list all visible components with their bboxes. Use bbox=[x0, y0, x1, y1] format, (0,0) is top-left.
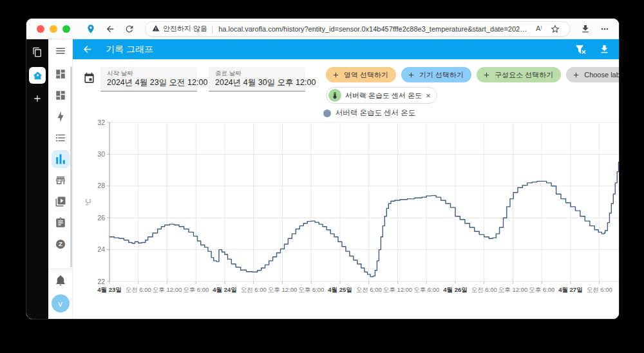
back-button[interactable] bbox=[102, 21, 118, 37]
svg-text:4월 25일: 4월 25일 bbox=[328, 286, 352, 293]
svg-text:오후 6:00: 오후 6:00 bbox=[183, 286, 209, 293]
history-content: 시작 날짜 2024년 4월 23일 오전 12:00 종료 날짜 2024년 … bbox=[73, 59, 619, 319]
start-date-label: 시작 날짜 bbox=[107, 70, 191, 77]
svg-text:HACS: HACS bbox=[57, 179, 64, 182]
ha-sidebar: HACSZ v bbox=[48, 39, 73, 319]
sidebar-scrollbar[interactable] bbox=[70, 66, 72, 267]
svg-text:°C: °C bbox=[85, 198, 92, 205]
downloads-button[interactable] bbox=[578, 21, 593, 37]
legend-dot bbox=[323, 110, 331, 117]
address-separator: | bbox=[211, 24, 213, 33]
sidebar-item-zigbee2mqtt[interactable]: Z bbox=[52, 235, 70, 253]
not-secure-warning-icon[interactable] bbox=[152, 23, 160, 35]
main-area: 기록 그래프 bbox=[73, 39, 619, 319]
read-aloud-icon[interactable]: A⁾ bbox=[536, 24, 542, 33]
sidebar-item-hacs[interactable]: HACS bbox=[52, 171, 70, 189]
home-assistant-logo-icon bbox=[32, 70, 43, 81]
svg-text:오후 12:00: 오후 12:00 bbox=[268, 286, 297, 293]
desktop-background: 안전하지 않음 | ha.local.varofla.com/history?e… bbox=[0, 0, 644, 353]
svg-text:오전 6:00: 오전 6:00 bbox=[587, 286, 612, 293]
filter-remove-button[interactable] bbox=[575, 44, 586, 55]
refresh-button[interactable] bbox=[122, 21, 137, 37]
window-controls bbox=[37, 25, 70, 33]
end-date-label: 종료 날짜 bbox=[215, 70, 299, 77]
location-pin-icon[interactable] bbox=[83, 21, 99, 37]
chart-legend[interactable]: 서버랙 온습도 센서 온도 bbox=[82, 108, 620, 118]
page-title: 기록 그래프 bbox=[106, 44, 575, 55]
sidebar-item-shopping-list[interactable] bbox=[52, 214, 70, 232]
filter-chips-block: 영역 선택하기기기 선택하기구성요소 선택하기Choose label 서버랙 … bbox=[326, 67, 620, 104]
legend-label: 서버랙 온습도 센서 온도 bbox=[336, 108, 416, 118]
thermometer-icon bbox=[328, 89, 341, 102]
svg-text:4월 23일: 4월 23일 bbox=[97, 286, 122, 293]
chip-label: 구성요소 선택하기 bbox=[495, 70, 553, 80]
vertical-tabs-strip bbox=[26, 39, 48, 319]
svg-text:30: 30 bbox=[97, 150, 105, 158]
address-bar[interactable]: 안전하지 않음 | ha.local.varofla.com/history?e… bbox=[145, 21, 570, 37]
svg-text:오후 12:00: 오후 12:00 bbox=[498, 286, 527, 293]
start-date-field[interactable]: 시작 날짜 2024년 4월 23일 오전 12:00 bbox=[100, 67, 197, 91]
app-back-button[interactable] bbox=[82, 44, 93, 55]
lightning-bolt-icon bbox=[55, 111, 66, 122]
active-tab-home-assistant[interactable] bbox=[29, 67, 46, 84]
sidebar-menu-button[interactable] bbox=[52, 42, 70, 60]
media-play-icon bbox=[55, 196, 66, 207]
svg-text:4월 26일: 4월 26일 bbox=[443, 286, 468, 293]
tab-actions-icon[interactable] bbox=[30, 44, 45, 60]
notifications-bell-icon[interactable] bbox=[55, 274, 66, 289]
history-chart[interactable]: 2224262830324월 23일오전 6:00오후 12:00오후 6:00… bbox=[82, 119, 620, 298]
chip-label: 영역 선택하기 bbox=[344, 70, 388, 80]
sidebar-item-dashboard[interactable] bbox=[52, 65, 70, 83]
filter-chips-row: 영역 선택하기기기 선택하기구성요소 선택하기Choose label bbox=[326, 67, 620, 82]
chip-label: Choose label bbox=[584, 71, 620, 79]
sidebar-item-dashboard-2[interactable] bbox=[52, 86, 70, 104]
user-avatar[interactable]: v bbox=[52, 294, 70, 312]
browser-window: 안전하지 않음 | ha.local.varofla.com/history?e… bbox=[26, 18, 620, 320]
svg-text:22: 22 bbox=[97, 278, 105, 285]
choose-label-chip[interactable]: Choose label bbox=[566, 67, 620, 82]
chip-label: 기기 선택하기 bbox=[419, 70, 464, 80]
end-date-field[interactable]: 종료 날짜 2024년 4월 30일 오후 12:00 bbox=[209, 67, 305, 91]
remove-entity-icon[interactable]: × bbox=[426, 91, 431, 100]
sidebar-bottom: v bbox=[48, 269, 72, 319]
select-entity-chip[interactable]: 구성요소 선택하기 bbox=[477, 67, 561, 82]
select-area-chip[interactable]: 영역 선택하기 bbox=[326, 67, 396, 82]
plus-icon bbox=[482, 71, 491, 79]
history-chart-svg[interactable]: 2224262830324월 23일오전 6:00오후 12:00오후 6:00… bbox=[82, 119, 620, 298]
sidebar-item-history[interactable] bbox=[52, 150, 70, 168]
svg-text:오전 6:00: 오전 6:00 bbox=[241, 286, 267, 293]
plus-icon bbox=[572, 71, 580, 79]
more-menu-button[interactable] bbox=[597, 21, 612, 37]
zoom-window-button[interactable] bbox=[62, 25, 70, 33]
appbar-actions bbox=[575, 44, 610, 55]
start-date-value: 2024년 4월 23일 오전 12:00 bbox=[107, 77, 191, 88]
minimize-window-button[interactable] bbox=[50, 25, 57, 33]
entity-chip-label: 서버랙 온습도 센서 온도 bbox=[345, 91, 422, 100]
sidebar-nav: HACSZ bbox=[52, 65, 70, 269]
close-window-button[interactable] bbox=[37, 25, 44, 33]
calendar-icon[interactable] bbox=[83, 72, 95, 87]
svg-text:26: 26 bbox=[97, 214, 105, 222]
plus-icon bbox=[407, 71, 415, 79]
svg-text:오전 6:00: 오전 6:00 bbox=[126, 286, 151, 293]
sidebar-item-automations[interactable] bbox=[52, 108, 70, 126]
not-secure-label: 안전하지 않음 bbox=[163, 24, 207, 33]
svg-text:24: 24 bbox=[97, 245, 105, 253]
svg-text:28: 28 bbox=[97, 182, 105, 189]
browser-toolbar: 안전하지 않음 | ha.local.varofla.com/history?e… bbox=[26, 19, 619, 39]
svg-text:오전 6:00: 오전 6:00 bbox=[471, 286, 497, 293]
sidebar-item-media[interactable] bbox=[52, 193, 70, 211]
new-tab-button[interactable] bbox=[30, 91, 45, 106]
chart-bar-icon bbox=[55, 153, 66, 165]
entity-chip[interactable]: 서버랙 온습도 센서 온도 × bbox=[326, 87, 437, 104]
download-data-button[interactable] bbox=[599, 44, 610, 55]
svg-text:오후 12:00: 오후 12:00 bbox=[153, 286, 182, 293]
svg-text:오후 6:00: 오후 6:00 bbox=[413, 286, 439, 293]
url-text: ha.local.varofla.com/history?entity_id=s… bbox=[218, 25, 531, 33]
view-dashboard-icon bbox=[55, 90, 66, 101]
end-date-value: 2024년 4월 30일 오후 12:00 bbox=[215, 77, 299, 88]
clipboard-list-icon bbox=[55, 217, 66, 229]
favorite-star-icon[interactable] bbox=[547, 21, 563, 37]
sidebar-item-todo-list[interactable] bbox=[52, 129, 70, 147]
select-device-chip[interactable]: 기기 선택하기 bbox=[401, 67, 471, 82]
